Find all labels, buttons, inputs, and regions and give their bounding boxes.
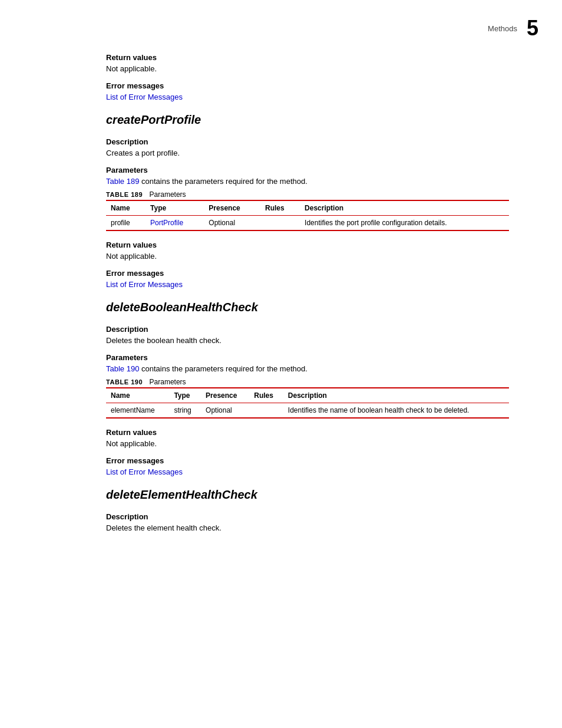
col-presence: Presence [204,200,260,216]
table-caption-190: TABLE 190 Parameters [106,378,509,386]
error-link-3[interactable]: List of Error Messages [106,467,183,476]
method-title-deleteBooleanHealthCheck: deleteBooleanHealthCheck [106,301,509,314]
method-section-deleteBooleanHealthCheck: deleteBooleanHealthCheck Description Del… [106,301,509,476]
col-presence-190: Presence [201,388,249,403]
table-header-row: Name Type Presence Rules Description [106,200,509,216]
error-messages-link[interactable]: List of Error Messages [106,93,183,101]
table-row-190: elementName string Optional Identifies t… [106,403,509,419]
col-name-190: Name [106,388,169,403]
table-title-190: Parameters [150,378,186,386]
return-values-createPortProfile: Return values Not applicable. [106,241,509,261]
cell-type: PortProfile [146,216,204,231]
cell-presence-190: Optional [201,403,249,419]
error-link-2[interactable]: List of Error Messages [106,280,183,289]
params-table-189: Name Type Presence Rules Description pro… [106,200,509,231]
table-ref-link-190[interactable]: Table 190 [106,364,139,373]
parameters-note-3: Table 190 contains the parameters requir… [106,364,509,373]
page-number: 5 [527,18,538,39]
col-type-190: Type [169,388,201,403]
col-rules: Rules [260,200,300,216]
cell-description: Identifies the port profile configuratio… [300,216,509,231]
return-values-label-2: Return values [106,241,509,249]
error-messages-createPortProfile: Error messages List of Error Messages [106,269,509,289]
parameters-note: Table 189 contains the parameters requir… [106,177,509,186]
error-link-deleteBooleanHealthCheck: List of Error Messages [106,467,509,476]
description-label-3: Description [106,325,509,334]
cell-presence: Optional [204,216,260,231]
description-section-deleteElementHealthCheck: Description Deletes the element health c… [106,512,509,532]
cell-rules [260,216,300,231]
params-table-190: Name Type Presence Rules Description ele… [106,387,509,419]
page-header: Methods 5 [488,18,538,39]
parameters-section-deleteBooleanHealthCheck: Parameters Table 190 contains the parame… [106,353,509,419]
table-title-189: Parameters [150,190,186,199]
return-values-text-2: Not applicable. [106,252,509,261]
col-name: Name [106,200,146,216]
table-caption-189: TABLE 189 Parameters [106,190,509,199]
table-row: profile PortProfile Optional Identifies … [106,216,509,231]
col-description-190: Description [283,388,509,403]
table-label-189: TABLE 189 [106,191,143,198]
return-values-section-top: Return values Not applicable. [106,53,509,73]
description-text-4: Deletes the element health check. [106,523,509,532]
method-section-createPortProfile: createPortProfile Description Creates a … [106,113,509,289]
return-values-label-3: Return values [106,428,509,437]
return-values-text: Not applicable. [106,64,509,73]
error-messages-label-3: Error messages [106,456,509,465]
type-link-portprofile[interactable]: PortProfile [150,219,183,227]
table-label-190: TABLE 190 [106,378,143,386]
error-messages-label: Error messages [106,81,509,90]
error-messages-link-top: List of Error Messages [106,93,509,101]
cell-description-190: Identifies the name of boolean health ch… [283,403,509,419]
description-label: Description [106,137,509,146]
table-header-row-190: Name Type Presence Rules Description [106,388,509,403]
description-text-3: Deletes the boolean health check. [106,336,509,345]
cell-rules-190 [249,403,283,419]
error-messages-section-top: Error messages List of Error Messages [106,81,509,101]
error-link-createPortProfile: List of Error Messages [106,280,509,289]
col-rules-190: Rules [249,388,283,403]
parameters-label-3: Parameters [106,353,509,362]
method-section-deleteElementHealthCheck: deleteElementHealthCheck Description Del… [106,488,509,532]
main-content: Return values Not applicable. Error mess… [0,53,562,564]
return-values-label: Return values [106,53,509,62]
cell-name-190: elementName [106,403,169,419]
description-label-4: Description [106,512,509,521]
error-messages-deleteBooleanHealthCheck: Error messages List of Error Messages [106,456,509,476]
cell-name: profile [106,216,146,231]
table-ref-link-189[interactable]: Table 189 [106,177,139,186]
return-values-text-3: Not applicable. [106,439,509,448]
error-messages-label-2: Error messages [106,269,509,278]
section-label: Methods [488,24,517,33]
description-text: Creates a port profile. [106,149,509,157]
col-description: Description [300,200,509,216]
parameters-label: Parameters [106,166,509,174]
method-title-createPortProfile: createPortProfile [106,113,509,127]
cell-type-190: string [169,403,201,419]
method-title-deleteElementHealthCheck: deleteElementHealthCheck [106,488,509,502]
return-values-deleteBooleanHealthCheck: Return values Not applicable. [106,428,509,448]
description-section-createPortProfile: Description Creates a port profile. [106,137,509,157]
parameters-section-createPortProfile: Parameters Table 189 contains the parame… [106,166,509,231]
col-type: Type [146,200,204,216]
description-section-deleteBooleanHealthCheck: Description Deletes the boolean health c… [106,325,509,345]
